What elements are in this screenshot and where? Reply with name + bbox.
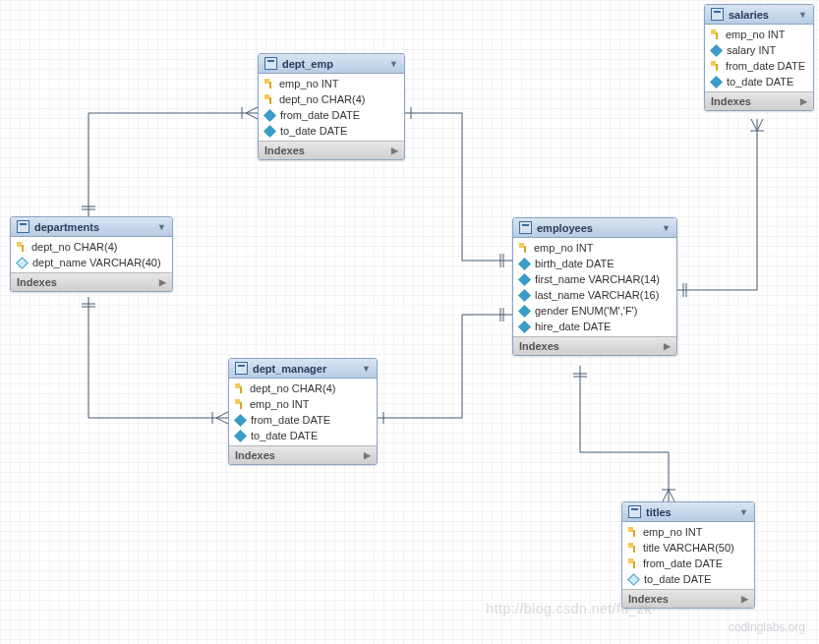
indexes-label: Indexes [235,449,275,461]
column-row[interactable]: emp_no INT [229,396,377,412]
entity-title: dept_manager [253,363,326,375]
entity-titlebar[interactable]: dept_emp ▼ [259,54,404,74]
pk-icon [711,29,721,39]
column-label: from_date DATE [726,60,805,72]
column-icon [263,109,276,122]
column-row[interactable]: hire_date DATE [513,319,676,334]
entity-dept-emp[interactable]: dept_emp ▼ emp_no INT dept_no CHAR(4) fr… [258,53,405,160]
entity-titles[interactable]: titles ▼ emp_no INT title VARCHAR(50) fr… [621,501,755,609]
expand-icon[interactable]: ▶ [800,96,807,106]
column-row[interactable]: emp_no INT [622,524,754,540]
svg-line-29 [669,490,674,501]
collapse-icon[interactable]: ▼ [798,10,807,20]
expand-icon[interactable]: ▶ [741,594,748,604]
column-row[interactable]: dept_no CHAR(4) [229,381,377,396]
column-list: dept_no CHAR(4) emp_no INT from_date DAT… [229,379,377,445]
collapse-icon[interactable]: ▼ [739,507,748,517]
indexes-label: Indexes [711,95,751,107]
column-list: emp_no INT salary INT from_date DATE to_… [705,25,813,91]
column-label: to_date DATE [644,573,711,585]
column-row[interactable]: to_date DATE [622,571,754,587]
collapse-icon[interactable]: ▼ [662,223,671,233]
column-label: emp_no INT [643,526,703,538]
expand-icon[interactable]: ▶ [664,341,671,351]
indexes-section[interactable]: Indexes▶ [229,445,377,464]
column-row[interactable]: from_date DATE [622,556,754,571]
indexes-section[interactable]: Indexes▶ [513,336,676,355]
entity-departments[interactable]: departments ▼ dept_no CHAR(4) dept_name … [10,216,173,292]
column-row[interactable]: birth_date DATE [513,256,676,271]
column-label: to_date DATE [280,125,347,137]
column-row[interactable]: emp_no INT [513,240,676,256]
column-label: birth_date DATE [535,258,614,269]
expand-icon[interactable]: ▶ [391,146,398,155]
column-row[interactable]: from_date DATE [705,58,813,74]
table-icon [628,505,641,518]
column-row[interactable]: gender ENUM('M','F') [513,303,676,319]
column-label: dept_no CHAR(4) [279,93,365,105]
column-label: emp_no INT [534,242,594,254]
collapse-icon[interactable]: ▼ [362,364,371,374]
column-row[interactable]: to_date DATE [229,428,377,443]
column-icon [710,44,723,57]
column-label: from_date DATE [643,557,723,569]
expand-icon[interactable]: ▶ [159,277,166,287]
column-row[interactable]: from_date DATE [229,412,377,428]
entity-title: dept_emp [282,58,333,70]
column-row[interactable]: from_date DATE [259,107,404,123]
entity-dept-manager[interactable]: dept_manager ▼ dept_no CHAR(4) emp_no IN… [228,358,378,465]
entity-titlebar[interactable]: titles ▼ [622,502,754,522]
column-row[interactable]: dept_no CHAR(4) [259,91,404,107]
column-label: last_name VARCHAR(16) [535,289,659,301]
column-row[interactable]: dept_no CHAR(4) [11,239,172,255]
table-icon [235,362,248,375]
column-row[interactable]: to_date DATE [259,123,404,139]
entity-title: employees [537,222,593,234]
collapse-icon[interactable]: ▼ [157,222,166,232]
column-list: emp_no INT birth_date DATE first_name VA… [513,238,676,336]
entity-salaries[interactable]: salaries ▼ emp_no INT salary INT from_da… [704,4,814,111]
entity-titlebar[interactable]: salaries ▼ [705,5,813,25]
column-row[interactable]: emp_no INT [259,76,404,91]
column-label: emp_no INT [279,78,339,89]
pk-icon [628,527,638,537]
column-row[interactable]: title VARCHAR(50) [622,540,754,556]
column-label: from_date DATE [251,414,330,426]
column-row[interactable]: emp_no INT [705,27,813,42]
pk-icon [235,399,245,409]
column-icon [518,289,531,302]
column-row[interactable]: salary INT [705,42,813,58]
entity-titlebar[interactable]: dept_manager ▼ [229,359,377,379]
er-canvas: departments ▼ dept_no CHAR(4) dept_name … [0,0,819,644]
indexes-section[interactable]: Indexes▶ [259,141,404,159]
svg-line-2 [246,107,258,113]
svg-line-23 [751,119,757,131]
column-icon [518,258,531,270]
column-row[interactable]: dept_name VARCHAR(40) [11,255,172,270]
indexes-label: Indexes [17,276,57,288]
entity-employees[interactable]: employees ▼ emp_no INT birth_date DATE f… [512,217,677,356]
column-row[interactable]: to_date DATE [705,74,813,89]
table-icon [17,220,29,233]
column-row[interactable]: first_name VARCHAR(14) [513,271,676,287]
expand-icon[interactable]: ▶ [364,450,371,460]
collapse-icon[interactable]: ▼ [389,59,398,69]
entity-titlebar[interactable]: departments ▼ [11,217,172,237]
entity-titlebar[interactable]: employees ▼ [513,218,676,238]
pk-icon [711,61,721,71]
column-list: dept_no CHAR(4) dept_name VARCHAR(40) [11,237,172,272]
table-icon [519,221,532,234]
svg-line-24 [757,119,763,131]
indexes-section[interactable]: Indexes▶ [705,91,813,110]
column-label: dept_no CHAR(4) [31,241,117,253]
pk-icon [264,79,274,88]
column-label: title VARCHAR(50) [643,542,734,554]
column-label: emp_no INT [726,29,786,40]
pk-icon [17,242,27,252]
column-icon [518,305,531,318]
column-list: emp_no INT dept_no CHAR(4) from_date DAT… [259,74,404,141]
indexes-section[interactable]: Indexes▶ [11,272,172,291]
pk-icon [519,243,529,253]
column-row[interactable]: last_name VARCHAR(16) [513,287,676,303]
column-icon [234,414,247,427]
